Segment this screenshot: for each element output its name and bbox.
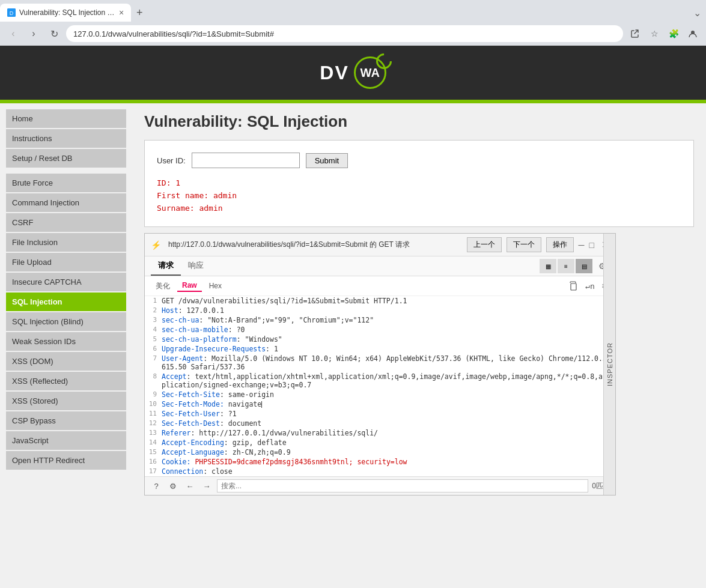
devtools-panel: ⚡ http://127.0.0.1/dvwa/vulnerabilities/… (144, 233, 616, 496)
line-number: 17 (145, 467, 162, 476)
maximize-icon[interactable]: □ (589, 240, 594, 250)
browser-chrome: D Vulnerability: SQL Injection :: D × + … (0, 0, 706, 46)
result-output: ID: 1 First name: admin Surname: admin (157, 177, 681, 214)
profile-icon[interactable] (684, 25, 701, 42)
reload-button[interactable]: ↻ (46, 25, 62, 42)
svg-rect-3 (571, 283, 576, 290)
sidebar-item-xss-stored[interactable]: XSS (Stored) (6, 392, 126, 410)
code-line: 1GET /dvwa/vulnerabilities/sqli/?id=1&Su… (145, 296, 615, 306)
devtools-content[interactable]: 1GET /dvwa/vulnerabilities/sqli/?id=1&Su… (145, 296, 615, 476)
line-content: Host: 127.0.0.1 (162, 306, 615, 315)
extensions-icon[interactable]: 🧩 (665, 25, 682, 42)
sidebar: Home Instructions Setup / Reset DB Brute… (0, 103, 132, 524)
line-content: GET /dvwa/vulnerabilities/sqli/?id=1&Sub… (162, 297, 615, 305)
minimize-icon[interactable]: ─ (579, 240, 585, 250)
active-tab[interactable]: D Vulnerability: SQL Injection :: D × (0, 4, 131, 22)
tab-close-button[interactable]: × (119, 8, 124, 17)
subtab-hex[interactable]: Hex (204, 280, 227, 291)
newline-icon[interactable]: ↵n (583, 280, 597, 292)
sidebar-item-open-http-redirect[interactable]: Open HTTP Redirect (6, 451, 126, 470)
back-button[interactable]: ‹ (5, 25, 22, 42)
sidebar-item-brute-force[interactable]: Brute Force (6, 174, 126, 192)
lightning-icon: ⚡ (151, 240, 161, 250)
devtools-titlebar: ⚡ http://127.0.0.1/dvwa/vulnerabilities/… (145, 234, 615, 256)
sidebar-item-csp-bypass[interactable]: CSP Bypass (6, 411, 126, 430)
code-line: 16Cookie: PHPSESSID=9dcamef2pdmsgj8436sn… (145, 457, 615, 467)
subtab-raw[interactable]: Raw (177, 280, 202, 292)
help-icon[interactable]: ? (150, 479, 163, 493)
inspector-label: INSPECTOR (606, 342, 613, 386)
line-content: Referer: http://127.0.0.1/dvwa/vulnerabi… (162, 429, 615, 437)
copy-icon[interactable] (566, 279, 580, 293)
line-content: Cookie: PHPSESSID=9dcamef2pdmsgj8436snmh… (162, 458, 615, 466)
grid-view-icon[interactable]: ▦ (540, 259, 556, 273)
next-button[interactable]: 下一个 (507, 237, 541, 252)
line-content: sec-ch-ua: "Not:A-Brand";v="99", "Chromi… (162, 316, 615, 324)
sidebar-item-file-upload[interactable]: File Upload (6, 253, 126, 271)
line-content: Connection: close (162, 467, 615, 476)
tab-bar: D Vulnerability: SQL Injection :: D × + … (0, 0, 706, 22)
submit-button[interactable]: Submit (306, 153, 348, 168)
action-button[interactable]: 操作 (546, 237, 574, 252)
sidebar-item-javascript[interactable]: JavaScript (6, 431, 126, 450)
line-number: 11 (145, 410, 162, 418)
sidebar-item-xss-reflected[interactable]: XSS (Reflected) (6, 372, 126, 390)
line-number: 13 (145, 429, 162, 437)
line-number: 15 (145, 448, 162, 456)
line-number: 16 (145, 458, 162, 466)
search-input[interactable] (217, 479, 588, 493)
sidebar-item-command-injection[interactable]: Command Injection (6, 193, 126, 212)
code-line: 8Accept: text/html,application/xhtml+xml… (145, 372, 615, 390)
tab-response[interactable]: 响应 (181, 256, 211, 276)
subtab-pretty[interactable]: 美化 (151, 280, 175, 292)
forward-history-icon[interactable]: → (200, 479, 213, 493)
list-view-icon[interactable]: ≡ (558, 259, 574, 273)
line-content: Sec-Fetch-Dest: document (162, 419, 615, 428)
line-content: Sec-Fetch-Mode: navigate (162, 400, 615, 408)
code-line: 17Connection: close (145, 467, 615, 476)
chevron-down-icon[interactable]: ⌄ (693, 7, 701, 19)
result-line-2: First name: admin (157, 190, 681, 202)
sidebar-item-file-inclusion[interactable]: File Inclusion (6, 233, 126, 252)
main-content: Vulnerability: SQL Injection User ID: Su… (132, 103, 706, 524)
dvwa-body: Home Instructions Setup / Reset DB Brute… (0, 103, 706, 524)
view-icons: ▦ ≡ ▤ (540, 259, 592, 273)
settings-bottom-icon[interactable]: ⚙ (166, 479, 180, 493)
logo-text: DV (320, 62, 348, 84)
sidebar-item-xss-dom[interactable]: XSS (DOM) (6, 352, 126, 371)
forward-button[interactable]: › (25, 25, 42, 42)
code-line: 3sec-ch-ua: "Not:A-Brand";v="99", "Chrom… (145, 315, 615, 325)
code-line: 2Host: 127.0.0.1 (145, 306, 615, 315)
toolbar-icons: ☆ 🧩 (627, 25, 701, 42)
address-input[interactable] (66, 25, 623, 42)
line-content: Sec-Fetch-Site: same-origin (162, 390, 615, 399)
sidebar-item-setup[interactable]: Setup / Reset DB (6, 149, 126, 168)
line-content: sec-ch-ua-platform: "Windows" (162, 335, 615, 344)
line-content: sec-ch-ua-mobile: ?0 (162, 326, 615, 334)
prev-button[interactable]: 上一个 (467, 237, 502, 252)
new-tab-button[interactable]: + (131, 4, 148, 21)
sidebar-item-weak-session-ids[interactable]: Weak Session IDs (6, 332, 126, 351)
share-icon[interactable] (627, 25, 644, 42)
code-line: 14Accept-Encoding: gzip, deflate (145, 438, 615, 447)
line-number: 4 (145, 326, 162, 334)
sidebar-item-insecure-captcha[interactable]: Insecure CAPTCHA (6, 273, 126, 291)
sidebar-item-csrf[interactable]: CSRF (6, 213, 126, 232)
devtools-bottom: ? ⚙ ← → 0匹配 (145, 476, 615, 495)
sidebar-item-sql-injection-blind[interactable]: SQL Injection (Blind) (6, 312, 126, 331)
bookmark-icon[interactable]: ☆ (646, 25, 663, 42)
back-history-icon[interactable]: ← (183, 479, 196, 493)
user-id-input[interactable] (192, 153, 300, 168)
tab-title: Vulnerability: SQL Injection :: D (19, 8, 115, 17)
code-view-icon[interactable]: ▤ (576, 259, 592, 273)
tab-request[interactable]: 请求 (151, 256, 181, 276)
sidebar-item-instructions[interactable]: Instructions (6, 129, 126, 148)
code-line: 6Upgrade-Insecure-Requests: 1 (145, 344, 615, 354)
code-line: 15Accept-Language: zh-CN,zh;q=0.9 (145, 447, 615, 457)
sidebar-item-sql-injection[interactable]: SQL Injection (6, 292, 126, 311)
devtools-titlebar-buttons: 上一个 下一个 操作 ─ □ ✕ (467, 237, 609, 252)
sidebar-item-home[interactable]: Home (6, 109, 126, 128)
line-number: 10 (145, 400, 162, 408)
code-line: 11Sec-Fetch-User: ?1 (145, 409, 615, 419)
line-number: 12 (145, 419, 162, 428)
